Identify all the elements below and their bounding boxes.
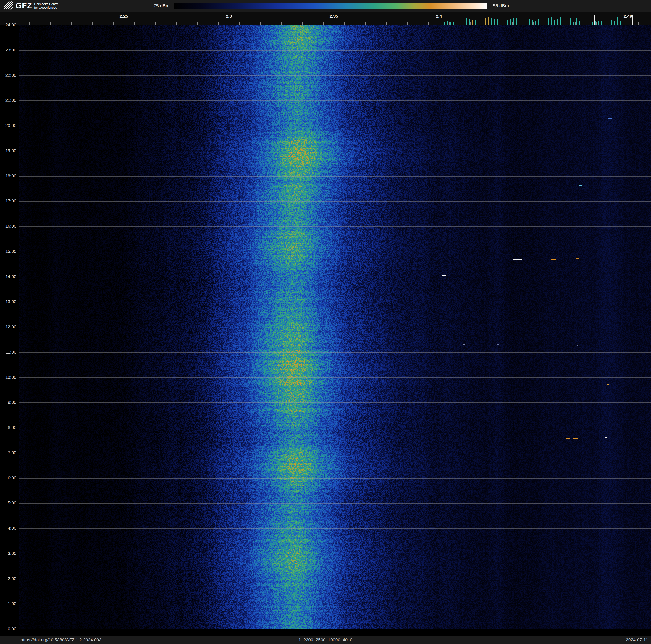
freq-minor-tick [397,23,397,25]
time-tick-label: 5:00 [0,500,17,505]
colorbar-max-label: -55 dBm [491,3,509,9]
comb-marker-tick [520,20,520,25]
time-tick-label: 12:00 [0,324,17,329]
comb-marker-tick [507,20,507,25]
time-tick-label: 11:00 [0,350,17,355]
comb-marker-tick [463,18,463,25]
footer-bar: https://doi.org/10.5880/GFZ.1.2.2024.003… [0,636,651,644]
time-tick-label: 17:00 [0,198,17,203]
comb-marker-tick [535,21,536,25]
comb-marker-tick [614,21,615,25]
comb-marker-tick [441,19,441,25]
time-tick-label: 22:00 [0,73,17,78]
comb-marker-tick [466,18,467,25]
time-tick-label: 16:00 [0,224,17,229]
comb-marker-tick [608,22,608,25]
comb-marker-tick [482,23,483,25]
comb-marker-tick [526,17,526,25]
comb-marker-tick [573,22,574,25]
freq-minor-tick [481,23,481,25]
freq-minor-tick [575,23,576,25]
freq-minor-tick [344,23,345,25]
freq-minor-tick [470,23,471,25]
comb-marker-tick [592,22,593,25]
comb-marker-tick [548,19,549,25]
freq-minor-tick [61,23,61,25]
frequency-axis: 2.252.32.352.42.49 [0,11,651,25]
comb-marker-tick [583,21,583,25]
freq-minor-tick [176,23,177,25]
comb-marker-tick [488,17,489,25]
time-tick-label: 21:00 [0,98,17,103]
freq-major-tick [124,21,124,25]
comb-marker-tick [604,22,605,25]
time-tick-label: 13:00 [0,299,17,304]
freq-minor-tick [596,23,597,25]
comb-marker-tick [570,18,570,25]
comb-marker-tick [576,19,577,25]
freq-minor-tick [82,23,82,25]
freq-minor-tick [187,23,187,25]
freq-minor-tick [607,23,607,25]
comb-marker-tick [475,20,476,25]
colorbar-wrap: -75 dBm -55 dBm [152,3,509,9]
freq-minor-tick [271,23,271,25]
freq-tick-label: 2.3 [226,14,232,19]
comb-tall-tick [594,14,595,25]
comb-marker-tick [491,18,492,25]
comb-marker-tick [513,18,514,25]
freq-minor-tick [638,23,639,25]
comb-marker-tick [478,22,479,25]
freq-minor-tick [323,23,323,25]
comb-marker-tick [554,20,555,25]
freq-minor-tick [145,23,145,25]
time-tick-label: 20:00 [0,123,17,128]
comb-marker-tick [601,21,602,25]
freq-minor-tick [512,23,513,25]
comb-marker-tick [447,21,448,25]
comb-marker-tick [589,21,589,25]
freq-minor-tick [208,23,208,25]
freq-minor-tick [376,23,376,25]
comb-marker-tick [598,21,599,25]
date-label: 2024-07-11 [626,636,648,644]
freq-minor-tick [407,23,408,25]
freq-minor-tick [71,23,72,25]
comb-marker-tick [611,20,612,25]
logo-subtitle-line1: Helmholtz Centre [34,2,59,6]
comb-marker-tick [460,19,460,25]
time-tick-label: 7:00 [0,450,17,455]
comb-marker-tick [504,18,504,25]
comb-marker-tick [595,21,596,25]
freq-minor-tick [355,23,355,25]
dataset-id: 1_2200_2500_10000_40_0 [299,636,352,644]
comb-marker-tick [529,19,530,25]
freq-minor-tick [544,23,544,25]
freq-minor-tick [428,23,429,25]
time-tick-label: 0:00 [0,626,17,632]
freq-tick-label: 2.4 [436,14,442,19]
comb-marker-tick [541,20,542,25]
freq-major-tick [229,21,229,25]
comb-marker-tick [472,20,473,25]
freq-minor-tick [449,23,450,25]
comb-marker-tick [523,22,523,25]
time-tick-label: 24:00 [0,22,17,27]
time-tick-label: 6:00 [0,475,17,480]
freq-minor-tick [533,23,534,25]
freq-minor-tick [565,23,565,25]
comb-marker-tick [469,19,470,25]
freq-minor-tick [103,23,103,25]
comb-marker-tick [532,20,533,25]
time-tick-label: 19:00 [0,148,17,153]
comb-marker-tick [567,21,567,25]
colorbar-min-label: -75 dBm [152,3,169,9]
doi-link[interactable]: https://doi.org/10.5880/GFZ.1.2.2024.003 [21,636,101,644]
comb-marker-tick [560,17,561,25]
freq-major-tick [439,21,439,25]
freq-minor-tick [239,23,240,25]
time-tick-label: 10:00 [0,375,17,380]
freq-minor-tick [40,23,40,25]
colorbar-gradient [174,3,487,9]
comb-marker-tick [485,18,486,25]
